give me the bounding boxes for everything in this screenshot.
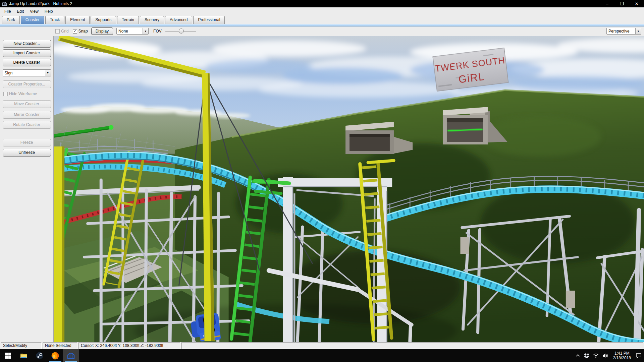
steam-icon	[36, 352, 44, 360]
projection-value: Perspective	[607, 29, 635, 34]
grid-checkbox[interactable]	[55, 29, 60, 34]
projection-dropdown[interactable]: Perspective ▼	[606, 28, 641, 35]
fov-slider-knob[interactable]	[179, 28, 184, 34]
hide-wireframe-checkbox[interactable]	[3, 92, 8, 96]
chevron-down-icon[interactable]: ▼	[635, 28, 641, 34]
tab-bar: Park Coaster Track Element Supports Terr…	[0, 15, 644, 24]
tab-track[interactable]: Track	[45, 16, 65, 24]
tray-chevron-icon[interactable]	[575, 353, 581, 358]
start-button[interactable]	[0, 349, 16, 362]
windows-taskbar: 1:41 PM 2/18/2018	[0, 349, 644, 362]
taskbar-clock[interactable]: 1:41 PM 2/18/2018	[612, 351, 632, 360]
tab-supports[interactable]: Supports	[91, 16, 116, 24]
unfreeze-button[interactable]: Unfreeze	[3, 149, 51, 157]
tab-element[interactable]: Element	[65, 16, 90, 24]
delete-coaster-button[interactable]: Delete Coaster	[3, 59, 51, 66]
display-button[interactable]: Display	[91, 27, 113, 35]
fov-label: FOV:	[153, 29, 163, 34]
import-coaster-button[interactable]: Import Coaster	[3, 49, 51, 57]
menu-file[interactable]: File	[1, 8, 14, 15]
menu-view[interactable]: View	[27, 8, 42, 15]
fov-slider[interactable]	[165, 28, 196, 34]
tab-scenery[interactable]: Scenery	[140, 16, 164, 24]
app-icon	[2, 1, 7, 6]
move-coaster-button[interactable]: Move Coaster	[3, 100, 51, 108]
nolimits2-icon	[67, 352, 75, 360]
mirror-coaster-button[interactable]: Mirror Coaster	[3, 111, 51, 119]
display-mode-dropdown[interactable]: None ▼	[116, 28, 149, 35]
coaster-properties-button[interactable]: Coaster Properties...	[3, 80, 51, 88]
yellow-edge-beam	[54, 146, 64, 342]
tab-accent-strip	[0, 24, 644, 26]
status-bar: Select/Modify None Selected Cursor: X: 2…	[0, 342, 644, 349]
file-explorer-button[interactable]	[16, 349, 32, 362]
status-cursor: Cursor: X: 246.400ft Y: 108.300ft Z: -18…	[78, 342, 180, 349]
minimize-button[interactable]: –	[600, 0, 614, 7]
new-coaster-button[interactable]: New Coaster...	[3, 40, 51, 48]
snap-checkbox[interactable]: ✓	[73, 29, 77, 34]
status-extra	[181, 342, 643, 349]
tab-coaster[interactable]: Coaster	[21, 16, 44, 24]
clock-time: 1:41 PM	[613, 351, 631, 356]
tab-terrain[interactable]: Terrain	[117, 16, 139, 24]
menu-edit[interactable]: Edit	[14, 8, 27, 15]
folder-icon	[20, 352, 28, 360]
restore-button[interactable]: ❐	[614, 0, 629, 7]
firefox-button[interactable]	[47, 349, 63, 362]
view-toolbar: Grid ✓ Snap Display None ▼ FOV: Perspect…	[0, 26, 644, 36]
tab-advanced[interactable]: Advanced	[165, 16, 192, 24]
freeze-button[interactable]: Freeze	[3, 139, 51, 146]
element-type-value: Sign	[3, 71, 45, 75]
wifi-icon[interactable]	[593, 353, 599, 359]
application-window: Jamp Up Land.nl2park - NoLimits 2 – ❐ ✕ …	[0, 0, 644, 362]
menu-bar: File Edit View Help	[0, 7, 644, 15]
system-tray: 1:41 PM 2/18/2018	[575, 349, 644, 362]
chevron-down-icon[interactable]: ▼	[45, 70, 51, 76]
hide-wireframe-label: Hide Wireframe	[9, 92, 37, 96]
display-mode-value: None	[117, 29, 143, 34]
title-bar: Jamp Up Land.nl2park - NoLimits 2 – ❐ ✕	[0, 0, 644, 7]
snap-label: Snap	[78, 29, 88, 34]
dropbox-icon[interactable]	[584, 353, 590, 359]
tab-professional[interactable]: Professional	[193, 16, 225, 24]
clock-date: 2/18/2018	[613, 356, 631, 360]
element-type-dropdown[interactable]: Sign ▼	[3, 69, 51, 76]
status-mode: Select/Modify	[1, 342, 42, 349]
firefox-icon	[51, 352, 59, 360]
steam-button[interactable]	[32, 349, 47, 362]
volume-icon[interactable]	[602, 352, 609, 359]
grid-label: Grid	[61, 29, 69, 34]
chevron-down-icon[interactable]: ▼	[143, 28, 148, 34]
action-center-icon[interactable]	[635, 352, 642, 359]
window-title: Jamp Up Land.nl2park - NoLimits 2	[9, 1, 72, 6]
nolimits2-taskbar-button[interactable]	[63, 349, 79, 362]
coaster-sidebar: New Coaster... Import Coaster Delete Coa…	[0, 36, 54, 342]
close-button[interactable]: ✕	[629, 0, 644, 7]
viewport-3d[interactable]: TWERK SOUTH GiRL	[54, 36, 644, 342]
tab-park[interactable]: Park	[2, 16, 20, 24]
rotate-coaster-button[interactable]: Rotate Coaster	[3, 121, 51, 129]
status-selection: None Selected	[43, 342, 77, 349]
windows-logo-icon	[4, 352, 12, 359]
menu-help[interactable]: Help	[42, 8, 56, 15]
